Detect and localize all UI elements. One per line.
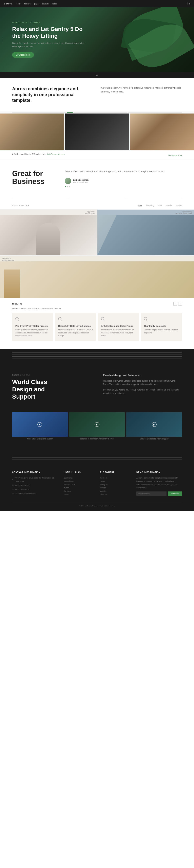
social-icons: f t: [187, 2, 190, 5]
footer-link-2[interactable]: rdParty policy: [64, 483, 94, 486]
feature-card-title-4: Thankfully Colorable: [144, 325, 179, 327]
features-brand: aurora: [12, 308, 18, 310]
feature-card-text-3: Nullam faucibus consequat ut facilisis a…: [101, 329, 136, 337]
gallery-img-1: [0, 114, 64, 150]
footer-link-5[interactable]: contact: [64, 493, 94, 496]
tab-motion[interactable]: motion: [176, 204, 182, 207]
hero-scroll-down[interactable]: ⌄: [0, 72, 194, 78]
page-num-5: [2, 43, 2, 44]
nav-links: home features pages layouts styles: [17, 3, 57, 5]
dot-3[interactable]: [69, 186, 70, 187]
play-btn-2[interactable]: ▶: [95, 422, 99, 427]
features-prev-btn[interactable]: ‹: [173, 302, 177, 306]
contact-email-row: ✉ contact@siteaddress.com: [12, 492, 58, 495]
portfolio-name-3: samsung hq: [2, 257, 11, 259]
testimonial-name: patrick coleman: [73, 179, 89, 181]
gallery-img-2: [65, 114, 129, 150]
tab-mobile[interactable]: mobile: [166, 204, 172, 207]
portfolio-item-3: samsung hq sydney, australia: [0, 256, 194, 298]
feature-section: Great for Business Aurora offers a rich …: [0, 159, 194, 197]
nav-home[interactable]: home: [17, 3, 22, 5]
nav-features[interactable]: features: [24, 3, 32, 5]
features-nav: ‹ ›: [173, 302, 182, 306]
browse-particles-link[interactable]: Browse particles: [168, 154, 182, 156]
portfolio-label-3: samsung hq sydney, australia: [0, 256, 194, 261]
nav-pages[interactable]: pages: [34, 3, 39, 5]
social-pinterest[interactable]: pinterest: [100, 493, 130, 496]
section-dividers: [0, 197, 194, 200]
dark-text-2: So, what are you waiting for? Pick up Au…: [103, 388, 182, 395]
video-thumb-2: ▶ Designed to be Intuitive from Start to…: [69, 412, 125, 440]
tab-branding[interactable]: branding: [146, 204, 154, 207]
twitter-icon[interactable]: t: [189, 2, 190, 5]
portfolio-img-3: [0, 261, 194, 298]
dark-right: Excellent design and feature-rich. In ad…: [103, 374, 182, 404]
wl-4: [12, 358, 182, 359]
footer-elsewhere-col: elsewhere facebook twitter instagram lin…: [100, 471, 130, 496]
dark-date: September 2nd, 2015: [12, 374, 91, 376]
dot-1[interactable]: [65, 186, 66, 187]
portfolio-location-2: new york, united states: [175, 213, 192, 214]
features-title-label: features: [12, 303, 23, 305]
sec-div-2: [69, 199, 125, 199]
facebook-icon[interactable]: f: [187, 2, 188, 5]
testimonial: patrick coleman ceo of sample inc.: [65, 178, 182, 184]
feature-card-4: Thankfully Colorable Curabitur aliquet f…: [141, 313, 182, 341]
hero-content: Introducing Aurora Relax and Let Gantry …: [0, 22, 97, 58]
dark-subtitle: Excellent design and feature-rich.: [103, 374, 182, 377]
social-instagram[interactable]: instagram: [100, 483, 130, 486]
play-btn-1[interactable]: ▶: [37, 422, 42, 427]
footer-demo-col: demo information All demo content is for…: [136, 471, 182, 496]
wl-3: [12, 356, 182, 357]
search-icon-shape-3: [101, 317, 104, 320]
subscribe-button[interactable]: Subscribe: [168, 492, 182, 496]
newsletter-input[interactable]: [136, 492, 166, 496]
portfolio-item-2: spire building new york, united states: [97, 210, 194, 255]
social-facebook[interactable]: facebook: [100, 476, 130, 479]
footer-link-0[interactable]: gantry cms: [64, 476, 94, 479]
portfolio-name-1: egg arena: [87, 211, 95, 213]
dot-2[interactable]: [67, 186, 68, 187]
newsletter-row: Subscribe: [136, 492, 182, 496]
footer-links-title: useful links: [64, 471, 94, 473]
dark-top-lines: [0, 349, 194, 362]
wl-b2: [12, 458, 182, 458]
play-btn-3[interactable]: ▶: [152, 422, 157, 427]
portfolio-item-1: egg arena madrid, spain: [0, 210, 97, 255]
footer-link-1[interactable]: gantry forum: [64, 480, 94, 483]
portfolio-location-1: madrid, spain: [85, 213, 95, 214]
feature-card-text-4: Curabitur aliquet feugiat porttitor. Viv…: [144, 329, 179, 334]
social-linkedin[interactable]: linkedin: [100, 486, 130, 490]
footer-contact-title: contact information: [12, 471, 58, 473]
footer-link-3[interactable]: rtDocs: [64, 486, 94, 490]
nav-styles[interactable]: styles: [52, 3, 57, 5]
div-line-3: [128, 112, 182, 113]
page-num-4: [2, 41, 2, 42]
footer-demo-title: demo information: [136, 471, 182, 473]
video-img-2: ▶: [69, 412, 125, 437]
intro-section: Aurora combines elegance and simplicity …: [0, 78, 194, 112]
nav-layouts[interactable]: layouts: [42, 3, 49, 5]
portfolio-label-1: egg arena madrid, spain: [0, 210, 97, 215]
tab-new[interactable]: new: [138, 204, 142, 207]
hero-cta-button[interactable]: Download now: [12, 52, 34, 58]
feature-card-2: Beautifully Bold Layout Modes Maecenas a…: [55, 313, 96, 341]
footer-demo-text: All demo content is for sample/demo purp…: [136, 476, 182, 490]
features-description: aurora is packed with useful and customi…: [0, 308, 194, 313]
tab-web[interactable]: web: [158, 204, 162, 207]
social-youtube[interactable]: youtube: [100, 490, 130, 493]
email-link[interactable]: info@example.com: [47, 153, 65, 155]
case-studies-header: case studies new branding web mobile mot…: [0, 200, 194, 209]
contact-email: contact@siteaddress.com: [15, 492, 36, 495]
feature-card-title-3: Artfully Designed Color Picker: [101, 325, 136, 327]
intro-left: Aurora combines elegance and simplicity …: [12, 86, 93, 103]
social-twitter[interactable]: twitter: [100, 480, 130, 483]
feature-card-3: Artfully Designed Color Picker Nullam fa…: [98, 313, 139, 341]
features-next-btn[interactable]: ›: [178, 302, 182, 306]
feature-card-text-1: Lorem ipsum dolor sit amet, consectetur …: [15, 329, 50, 337]
feature-heading-area: Great for Business: [12, 169, 53, 186]
intro-text: Aurora is modern, yet refined. Its exten…: [101, 86, 182, 93]
div-line-accent: [67, 112, 73, 113]
feature-heading: Great for Business: [12, 169, 53, 186]
footer-link-4[interactable]: the store: [64, 490, 94, 493]
